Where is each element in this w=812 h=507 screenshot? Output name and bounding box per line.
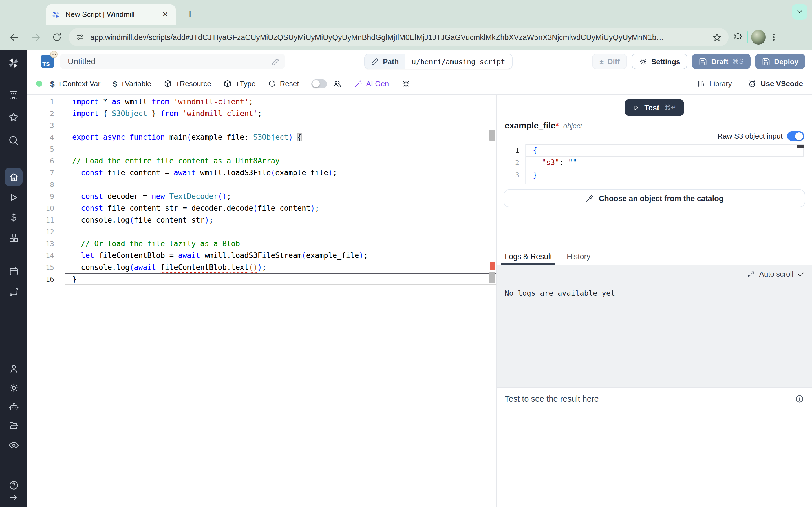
code-line[interactable]: 3} (504, 169, 805, 181)
code-line[interactable]: 10 const file_content_str = decoder.deco… (27, 202, 488, 214)
autoscroll-control[interactable]: Auto scroll (748, 270, 805, 278)
add-type-button[interactable]: +Type (223, 79, 256, 88)
sidebar-expand-button[interactable] (4, 489, 22, 506)
code-line[interactable]: 13 // Or load the file lazily as a Blob (27, 238, 488, 249)
sidebar-item-workspace[interactable] (4, 86, 22, 104)
tab-close-icon[interactable]: ✕ (160, 9, 170, 19)
info-icon[interactable] (795, 394, 804, 403)
add-resource-button[interactable]: +Resource (163, 79, 211, 88)
diff-button[interactable]: ± Diff (592, 54, 627, 69)
settings-button[interactable]: Settings (631, 54, 688, 69)
sidebar-item-settings[interactable] (4, 379, 22, 397)
draft-button[interactable]: Draft ⌘S (692, 54, 751, 69)
code-line[interactable]: 14 let fileContentBlob = await wmill.loa… (27, 249, 488, 262)
ai-gen-button[interactable]: AI Gen (354, 79, 389, 88)
extensions-icon[interactable] (733, 32, 743, 42)
code-line[interactable]: 15 console.log(await fileContentBlob.tex… (27, 262, 488, 273)
new-tab-button[interactable]: + (183, 7, 197, 21)
magic-wand-icon (354, 79, 363, 88)
line-number: 16 (27, 273, 65, 285)
library-button[interactable]: Library (697, 79, 732, 88)
summary-input[interactable]: Untitled (60, 54, 285, 69)
scrollbar-thumb[interactable] (490, 129, 495, 141)
tab-history[interactable]: History (567, 252, 591, 265)
json-scrollbar-thumb[interactable] (797, 145, 804, 148)
test-button[interactable]: Test ⌘↵ (624, 99, 684, 116)
sidebar-item-favorites[interactable] (4, 108, 22, 126)
deploy-button[interactable]: Deploy (755, 54, 805, 69)
code-line[interactable]: 11 console.log(file_content_str); (27, 214, 488, 226)
code-line[interactable]: 8 (27, 179, 488, 190)
browser-tab[interactable]: New Script | Windmill ✕ (46, 4, 176, 25)
sidebar-item-variables[interactable] (4, 209, 22, 226)
sidebar-item-schedules[interactable] (4, 262, 22, 280)
sidebar-item-audit-logs[interactable] (4, 436, 22, 454)
argument-name: example_file* (505, 121, 559, 130)
bookmark-star-icon[interactable] (712, 33, 722, 42)
code-line[interactable]: 2import { S3Object } from 'windmill-clie… (27, 108, 488, 119)
forward-button[interactable] (27, 29, 44, 46)
browser-toolbar: app.windmill.dev/scripts/add#JTdCJTIyaGF… (0, 25, 812, 50)
json-lines[interactable]: 1{2 "s3": ""3} (504, 144, 805, 181)
windmill-logo-icon (7, 57, 20, 69)
code-line[interactable]: 7 const file_content = await wmill.loadS… (27, 167, 488, 179)
path-value: u/henri/amusing_script (405, 57, 512, 66)
sidebar (0, 50, 27, 507)
windmill-logo[interactable] (4, 54, 22, 72)
code-line[interactable]: 4export async function main(example_file… (27, 131, 488, 143)
code-line[interactable]: 9 const decoder = new TextDecoder(); (27, 190, 488, 202)
code-line[interactable]: 5 (27, 143, 488, 155)
line-content: const decoder = new TextDecoder(); (65, 190, 231, 202)
sidebar-item-users[interactable] (4, 359, 22, 378)
assistant-toggle[interactable] (311, 79, 342, 88)
code-line[interactable]: 2 "s3": "" (504, 157, 805, 169)
path-editor[interactable]: Path u/henri/amusing_script (364, 54, 513, 69)
add-context-var-button[interactable]: $ +Context Var (50, 79, 100, 88)
language-badge[interactable]: TS (41, 55, 54, 68)
code-line[interactable]: 1import * as wmill from 'windmill-client… (27, 96, 488, 108)
raw-s3-toggle[interactable] (787, 131, 804, 141)
add-variable-button[interactable]: $ +Variable (113, 79, 151, 88)
editor-toolbar: $ +Context Var $ +Variable +Resource +Ty… (27, 73, 812, 95)
reset-button[interactable]: Reset (268, 79, 299, 88)
code-lines[interactable]: 1import * as wmill from 'windmill-client… (27, 96, 488, 285)
status-dot (36, 80, 42, 87)
toggle-off[interactable] (311, 79, 327, 88)
library-icon (697, 79, 705, 88)
code-line[interactable]: 12 (27, 226, 488, 238)
profile-avatar[interactable] (751, 30, 766, 45)
required-asterisk: * (555, 121, 559, 130)
sidebar-item-folders[interactable] (4, 416, 22, 434)
save-icon (699, 57, 707, 66)
line-number: 10 (27, 202, 65, 214)
choose-object-button[interactable]: Choose an object from the catalog (504, 189, 805, 207)
code-line[interactable]: 16} (27, 273, 488, 285)
editor-settings-button[interactable] (401, 79, 410, 88)
kebab-menu-icon[interactable] (769, 33, 778, 42)
toolbar-right: Library Use VScode (697, 79, 803, 88)
sidebar-item-runs[interactable] (4, 188, 22, 206)
code-editor[interactable]: 1import * as wmill from 'windmill-client… (27, 95, 496, 507)
code-line[interactable]: 1{ (504, 144, 805, 157)
code-line[interactable]: 6// Load the entire file_content as a Ui… (27, 155, 488, 167)
json-input-editor[interactable]: 1{2 "s3": ""3} (504, 144, 805, 184)
line-number: 1 (27, 96, 65, 108)
sidebar-item-routes[interactable] (4, 283, 22, 301)
windmill-favicon (51, 10, 60, 19)
tab-logs-result[interactable]: Logs & Result (505, 252, 552, 265)
sidebar-item-home[interactable] (4, 168, 22, 186)
users-icon (333, 79, 342, 88)
address-bar[interactable]: app.windmill.dev/scripts/add#JTdCJTIyaGF… (69, 28, 728, 46)
sidebar-item-workers[interactable] (4, 398, 22, 416)
code-line[interactable]: 3 (27, 119, 488, 131)
sidebar-item-search[interactable] (4, 131, 22, 149)
reload-button[interactable] (49, 29, 65, 46)
diff-icon: ± (599, 57, 603, 66)
use-vscode-button[interactable]: Use VScode (748, 79, 803, 88)
site-settings-icon[interactable] (75, 33, 85, 42)
pencil-icon (271, 57, 280, 66)
tab-search-button[interactable] (792, 4, 808, 20)
editor-scrollbar[interactable] (488, 95, 496, 507)
back-button[interactable] (6, 29, 22, 46)
sidebar-item-resources[interactable] (4, 229, 22, 247)
